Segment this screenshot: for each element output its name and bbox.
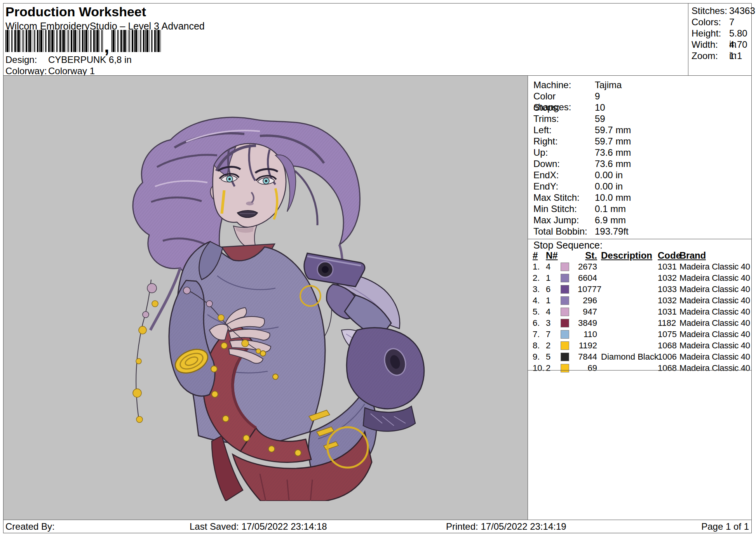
design-row: Design:CYBERPUNK 6,8 in xyxy=(5,54,132,65)
stop-row: 5.49471031Madeira Classic 40 xyxy=(528,306,751,317)
summary-row-colors: Colors:7 xyxy=(688,17,751,28)
design-preview-area xyxy=(3,76,528,520)
production-worksheet-page: Production Worksheet Wilcom EmbroiderySt… xyxy=(0,0,756,534)
machine-row: Min Stitch:0.1 mm xyxy=(533,204,751,215)
thread-color-swatch xyxy=(561,330,569,339)
created-by-label: Created By: xyxy=(5,520,55,533)
machine-row: EndX:0.00 in xyxy=(533,170,751,181)
printed-label: Printed: 17/05/2022 23:14:19 xyxy=(446,520,566,533)
stop-row: 8.211921068Madeira Classic 40 xyxy=(528,340,751,351)
last-saved-label: Last Saved: 17/05/2022 23:14:18 xyxy=(190,520,327,533)
colorway-label: Colorway: xyxy=(5,66,48,77)
stop-row: 4.12961032Madeira Classic 40 xyxy=(528,295,751,306)
thread-color-swatch xyxy=(561,263,569,271)
summary-row-height: Height:5.80 in xyxy=(688,28,751,39)
footer: Created By: Last Saved: 17/05/2022 23:14… xyxy=(3,520,751,533)
info-panel: Machine:Tajima Color changes:9 Stops:10 … xyxy=(528,76,751,520)
barcode-comma: , xyxy=(104,40,109,52)
embroidery-design-preview xyxy=(93,113,427,501)
stop-row: 9.57844Diamond Black1006Madeira Classic … xyxy=(528,351,751,362)
machine-row: Total Bobbin:193.79ft xyxy=(533,226,751,237)
machine-info-block: Machine:Tajima Color changes:9 Stops:10 … xyxy=(528,76,751,239)
thread-color-swatch xyxy=(561,364,569,372)
thread-color-swatch xyxy=(561,274,569,282)
machine-row: Left:59.7 mm xyxy=(533,125,751,136)
thread-color-swatch xyxy=(561,341,569,350)
machine-row: Color changes:9 xyxy=(533,91,751,102)
machine-row: Down:73.6 mm xyxy=(533,158,751,170)
stop-row: 6.338491182Madeira Classic 40 xyxy=(528,317,751,329)
machine-row: Up:73.6 mm xyxy=(533,147,751,158)
stop-row: 1.426731031Madeira Classic 40 xyxy=(528,261,751,272)
machine-row: Max Stitch:10.0 mm xyxy=(533,192,751,204)
colorway-row: Colorway:Colorway 1 xyxy=(5,66,95,77)
stop-row: 2.166041032Madeira Classic 40 xyxy=(528,272,751,284)
stop-row: 10.2691068Madeira Classic 40 xyxy=(528,362,751,374)
page-title: Production Worksheet xyxy=(5,4,146,19)
colorway-value: Colorway 1 xyxy=(48,66,95,76)
machine-row: Machine:Tajima xyxy=(533,80,751,91)
machine-row: Max Jump:6.9 mm xyxy=(533,215,751,226)
page-number: Page 1 of 1 xyxy=(701,520,749,533)
barcode: , xyxy=(5,30,162,52)
machine-row: Stops:10 xyxy=(533,102,751,113)
thread-color-swatch xyxy=(561,353,569,361)
thread-color-swatch xyxy=(561,296,569,305)
stop-row: 7.71101075Madeira Classic 40 xyxy=(528,329,751,340)
summary-box: Stitches:34363 Colors:7 Height:5.80 in W… xyxy=(688,3,751,77)
thread-color-swatch xyxy=(561,308,569,316)
face xyxy=(211,144,296,228)
summary-row-zoom: Zoom:1:1 xyxy=(688,50,751,62)
thread-color-swatch xyxy=(561,319,569,327)
barcode-segment-2 xyxy=(111,30,162,52)
stop-sequence-header: # N# St. Description Code Brand xyxy=(528,250,751,261)
thread-color-swatch xyxy=(561,285,569,294)
machine-row: Trims:59 xyxy=(533,113,751,125)
stop-row: 3.6107771033Madeira Classic 40 xyxy=(528,284,751,295)
stop-sequence-title: Stop Sequence: xyxy=(528,239,751,250)
gun xyxy=(304,253,365,287)
machine-row: Right:59.7 mm xyxy=(533,136,751,147)
machine-row: EndY:0.00 in xyxy=(533,181,751,192)
stop-sequence-bottom-border xyxy=(528,370,751,370)
design-value: CYBERPUNK 6,8 in xyxy=(48,54,132,65)
design-label: Design: xyxy=(5,54,48,65)
summary-row-width: Width:4.70 in xyxy=(688,39,751,50)
worksheet-sheet: Production Worksheet Wilcom EmbroiderySt… xyxy=(3,3,752,533)
barcode-segment-1 xyxy=(5,30,103,52)
bead-string xyxy=(133,280,158,423)
summary-row-stitches: Stitches:34363 xyxy=(688,5,751,17)
